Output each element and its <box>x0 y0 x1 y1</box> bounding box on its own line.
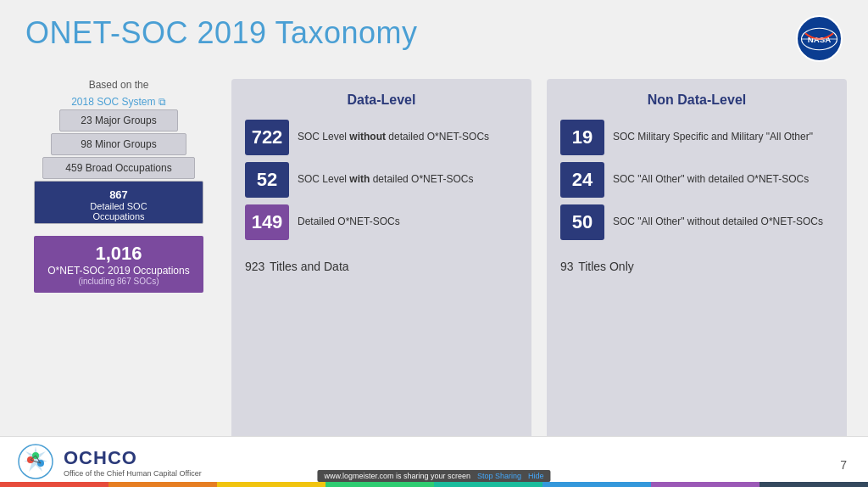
bar-blue <box>542 482 651 487</box>
non-data-level-total: 93 Titles Only <box>560 255 833 275</box>
onet-box: 1,016 O*NET-SOC 2019 Occupations (includ… <box>34 236 203 293</box>
bar-purple <box>651 482 760 487</box>
non-data-badge-19: 19 <box>560 120 604 155</box>
bar-orange <box>108 482 217 487</box>
bottom-color-bar <box>0 482 868 487</box>
ochco-sub: Office of the Chief Human Capital Office… <box>64 469 202 478</box>
onet-sub: (including 867 SOCs) <box>41 277 197 286</box>
data-level-total: 923 Titles and Data <box>245 255 518 275</box>
slide: ONET-SOC 2019 Taxonomy NASA Based on the… <box>0 0 868 487</box>
ochco-text: OCHCO Office of the Chief Human Capital … <box>64 447 202 478</box>
data-stat-row-3: 149 Detailed O*NET-SOCs <box>245 204 518 240</box>
data-stat-row-1: 722 SOC Level without detailed O*NET-SOC… <box>245 120 518 155</box>
bar-green <box>326 482 434 487</box>
non-data-level-title: Non Data-Level <box>560 92 833 108</box>
non-data-desc-24: SOC "All Other" with detailed O*NET-SOCs <box>613 173 809 187</box>
data-badge-149: 149 <box>245 204 289 240</box>
screen-share-bar: www.logmeister.com is sharing your scree… <box>317 470 550 482</box>
page-number: 7 <box>840 458 847 472</box>
data-desc-149: Detailed O*NET-SOCs <box>298 216 400 229</box>
non-data-level-section: Non Data-Level 19 SOC Military Specific … <box>547 79 847 456</box>
bar-red <box>0 482 108 487</box>
based-on-text: Based on the <box>89 79 149 91</box>
soc-link[interactable]: 2018 SOC System ⧉ <box>71 96 166 108</box>
ochco-icon <box>17 443 55 481</box>
data-badge-52: 52 <box>245 162 289 198</box>
hide-link[interactable]: Hide <box>528 472 544 480</box>
nasa-logo: NASA <box>796 15 843 62</box>
non-data-stat-row-3: 50 SOC "All Other" without detailed O*NE… <box>560 204 833 240</box>
bar-yellow <box>217 482 326 487</box>
data-badge-722: 722 <box>245 120 289 155</box>
bar-teal <box>434 482 542 487</box>
non-data-badge-50: 50 <box>560 204 604 240</box>
main-content: Based on the 2018 SOC System ⧉ 23 Major … <box>0 70 868 464</box>
pyramid-row-broad: 459 Broad Occupations <box>42 157 195 179</box>
non-data-desc-50: SOC "All Other" without detailed O*NET-S… <box>613 216 823 229</box>
onet-number: 1,016 <box>41 243 197 265</box>
header: ONET-SOC 2019 Taxonomy NASA <box>0 0 868 70</box>
stop-sharing-link[interactable]: Stop Sharing <box>477 472 521 480</box>
ochco-logo: OCHCO Office of the Chief Human Capital … <box>17 443 202 481</box>
non-data-stat-row-2: 24 SOC "All Other" with detailed O*NET-S… <box>560 162 833 198</box>
ochco-name: OCHCO <box>64 447 202 469</box>
data-level-section: Data-Level 722 SOC Level without detaile… <box>231 79 531 456</box>
data-desc-52: SOC Level with detailed O*NET-SOCs <box>298 173 473 187</box>
bar-dark <box>760 482 868 487</box>
pyramid-row-detailed: 867 Detailed SOC Occupations <box>34 181 203 224</box>
non-data-badge-24: 24 <box>560 162 604 198</box>
slide-title: ONET-SOC 2019 Taxonomy <box>25 15 418 51</box>
screen-share-text: www.logmeister.com is sharing your scree… <box>324 472 470 480</box>
onet-label: O*NET-SOC 2019 Occupations <box>41 265 197 277</box>
pyramid-row-major: 23 Major Groups <box>59 109 178 132</box>
data-stat-row-2: 52 SOC Level with detailed O*NET-SOCs <box>245 162 518 198</box>
non-data-desc-19: SOC Military Specific and Military "All … <box>613 131 813 144</box>
pyramid: 23 Major Groups 98 Minor Groups 459 Broa… <box>21 109 216 224</box>
non-data-stat-row-1: 19 SOC Military Specific and Military "A… <box>560 120 833 155</box>
data-desc-722: SOC Level without detailed O*NET-SOCs <box>298 131 489 144</box>
left-section: Based on the 2018 SOC System ⧉ 23 Major … <box>21 79 216 456</box>
pyramid-row-minor: 98 Minor Groups <box>51 133 186 155</box>
data-level-title: Data-Level <box>245 92 518 108</box>
